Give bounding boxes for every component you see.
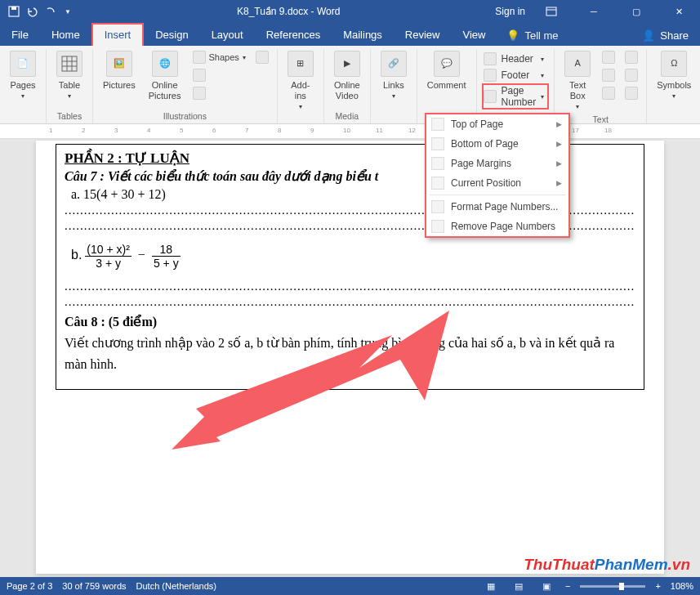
tab-mailings[interactable]: Mailings [332,25,394,46]
dd-top-of-page[interactable]: Top of Page▶ [426,114,568,134]
statusbar: Page 2 of 3 30 of 759 words Dutch (Nethe… [0,577,700,595]
question-8-body: Viết chương trình nhập vào 2 số a, b từ … [65,333,635,374]
pictures-button[interactable]: 🖼️Pictures [98,49,140,92]
tab-home[interactable]: Home [40,25,91,46]
close-button[interactable]: ✕ [662,0,695,23]
share-icon: 👤 [642,29,655,42]
group-label [22,110,25,123]
redo-icon[interactable] [42,4,57,19]
position-icon [431,177,444,190]
share-button[interactable]: 👤Share [631,25,700,46]
datetime-button[interactable] [622,67,641,83]
zoom-level[interactable]: 108% [671,581,693,591]
dd-page-margins[interactable]: Page Margins▶ [426,154,568,173]
tab-view[interactable]: View [451,25,497,46]
textbox-button[interactable]: AText Box▾ [560,49,595,113]
screenshot-icon [256,51,269,64]
quickparts-button[interactable] [599,49,618,65]
comment-icon: 💬 [434,51,460,77]
word-count[interactable]: 30 of 759 words [62,581,126,591]
tab-insert[interactable]: Insert [91,23,145,46]
online-video-button[interactable]: ▶Online Video [329,49,365,103]
zoom-out-button[interactable]: − [565,581,570,591]
dotted-line: ........................................… [65,280,635,293]
chart-button[interactable] [189,85,249,101]
titlebar: ▼ K8_Tuần 9.docx - Word Sign in ─ ▢ ✕ [0,0,700,23]
question-7b: b. (10 + x)²3 + y − 185 + y [71,243,635,270]
shapes-button[interactable]: Shapes▾ [189,49,249,65]
read-mode-icon[interactable]: ▦ [482,579,500,593]
dotted-line: ........................................… [65,295,635,309]
ribbon-tabs: File Home Insert Design Layout Reference… [0,23,700,46]
page-indicator[interactable]: Page 2 of 3 [7,581,52,591]
datetime-icon [625,69,638,82]
margins-icon [431,157,444,170]
tab-design[interactable]: Design [144,25,199,46]
quick-access-toolbar: ▼ [0,4,82,19]
question-8-heading: Câu 8 : (5 điểm) [65,314,635,329]
table-button[interactable]: Table▾ [51,49,87,102]
online-pictures-button[interactable]: 🌐Online Pictures [144,49,186,103]
group-addins: ⊞Add- ins▾ [278,49,324,123]
group-symbols: ΩSymbols▾ [647,49,700,123]
document-area[interactable]: PHẦN 2 : TỰ LUẬN Câu 7 : Viết các biểu t… [0,139,700,580]
screenshot-button[interactable] [252,49,272,65]
dd-current-position[interactable]: Current Position▶ [426,173,568,193]
svg-rect-1 [11,7,16,10]
zoom-in-button[interactable]: + [655,581,660,591]
addins-icon: ⊞ [288,51,314,77]
signature-button[interactable] [622,49,641,65]
group-label: Tables [57,110,82,123]
wordart-button[interactable] [599,67,618,83]
horizontal-ruler[interactable]: 1 2 3 4 5 6 7 8 9 10 11 12 13 14 15 16 1… [0,124,700,139]
tab-file[interactable]: File [0,25,40,46]
header-button[interactable]: Header▾ [482,51,550,67]
minimize-button[interactable]: ─ [577,0,610,23]
object-button[interactable] [622,85,641,101]
lightbulb-icon: 💡 [506,29,519,42]
signature-icon [625,51,638,64]
tab-layout[interactable]: Layout [200,25,255,46]
dd-remove-page-numbers[interactable]: Remove Page Numbers [426,217,568,236]
qat-dropdown-icon[interactable]: ▼ [60,4,75,19]
undo-icon[interactable] [25,4,39,19]
pictures-icon: 🖼️ [106,51,132,77]
web-layout-icon[interactable]: ▣ [537,579,555,593]
wordart-icon [602,69,615,82]
symbols-button[interactable]: ΩSymbols▾ [652,49,696,102]
group-pages: 📄Pages▾ [0,49,47,123]
table-icon [56,51,82,77]
format-icon [431,200,444,213]
tab-references[interactable]: References [255,25,332,46]
tab-review[interactable]: Review [394,25,452,46]
group-media: ▶Online Video Media [324,49,371,123]
smartart-button[interactable] [189,67,249,83]
shapes-icon [193,51,206,64]
comment-button[interactable]: 💬Comment [422,49,471,92]
maximize-button[interactable]: ▢ [620,0,653,23]
footer-button[interactable]: Footer▾ [482,67,550,83]
sign-in-link[interactable]: Sign in [495,6,525,17]
ribbon: 📄Pages▾ Table▾ Tables 🖼️Pictures 🌐Online… [0,46,700,124]
quickparts-icon [602,51,615,64]
watermark: ThuThuatPhanMem.vn [524,556,690,574]
window-title: K8_Tuần 9.docx - Word [82,6,495,17]
remove-icon [431,220,444,233]
online-pictures-icon: 🌐 [152,51,178,77]
print-layout-icon[interactable]: ▤ [510,579,528,593]
footer-icon [484,69,497,82]
save-icon[interactable] [7,4,21,19]
links-button[interactable]: 🔗Links▾ [376,49,412,102]
pages-button[interactable]: 📄Pages▾ [5,49,41,102]
ribbon-display-icon[interactable] [535,0,568,23]
tell-me[interactable]: 💡Tell me [497,25,568,46]
dd-format-page-numbers[interactable]: Format Page Numbers... [426,197,568,217]
zoom-slider[interactable] [580,585,645,588]
bottom-icon [431,137,444,150]
group-tables: Table▾ Tables [47,49,93,123]
dropcap-button[interactable] [599,85,618,101]
page-number-button[interactable]: Page Number▾ [482,83,550,110]
addins-button[interactable]: ⊞Add- ins▾ [283,49,319,113]
dd-bottom-of-page[interactable]: Bottom of Page▶ [426,134,568,154]
language-indicator[interactable]: Dutch (Netherlands) [136,581,216,591]
